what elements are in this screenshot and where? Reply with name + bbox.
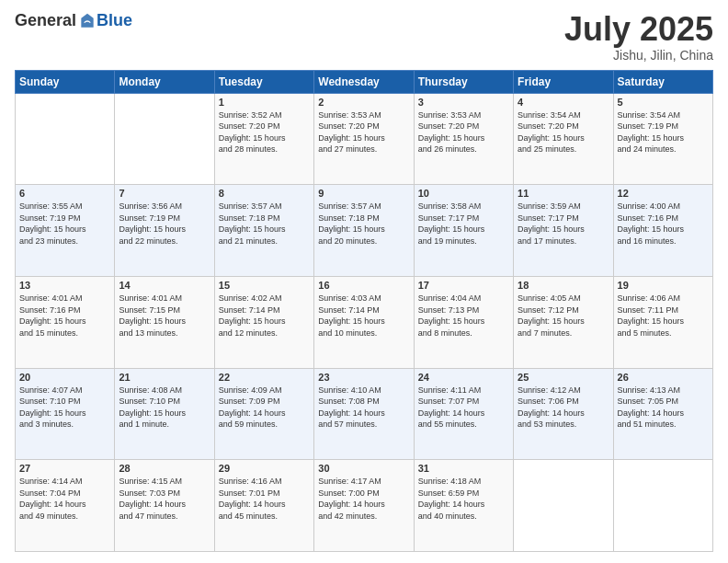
day-number: 7 <box>119 188 210 199</box>
calendar-cell: 1Sunrise: 3:52 AM Sunset: 7:20 PM Daylig… <box>214 93 313 185</box>
day-number: 17 <box>418 280 509 291</box>
calendar-cell: 30Sunrise: 4:17 AM Sunset: 7:00 PM Dayli… <box>314 460 414 552</box>
day-number: 5 <box>618 97 709 108</box>
calendar: Sunday Monday Tuesday Wednesday Thursday… <box>15 70 713 552</box>
day-info: Sunrise: 4:00 AM Sunset: 7:16 PM Dayligh… <box>618 201 709 247</box>
calendar-week-2: 13Sunrise: 4:01 AM Sunset: 7:16 PM Dayli… <box>16 276 713 368</box>
day-info: Sunrise: 4:10 AM Sunset: 7:08 PM Dayligh… <box>318 385 409 431</box>
calendar-cell: 27Sunrise: 4:14 AM Sunset: 7:04 PM Dayli… <box>16 460 115 552</box>
day-info: Sunrise: 4:11 AM Sunset: 7:07 PM Dayligh… <box>418 385 509 431</box>
day-number: 18 <box>518 280 609 291</box>
logo: General Blue <box>15 11 132 30</box>
calendar-cell <box>115 93 214 185</box>
logo-blue: Blue <box>97 11 132 30</box>
calendar-cell <box>613 460 712 552</box>
day-number: 3 <box>418 97 509 108</box>
calendar-cell: 17Sunrise: 4:04 AM Sunset: 7:13 PM Dayli… <box>414 276 513 368</box>
page: General Blue July 2025 Jishu, Jilin, Chi… <box>0 0 728 563</box>
day-info: Sunrise: 4:13 AM Sunset: 7:05 PM Dayligh… <box>618 385 709 431</box>
col-saturday: Saturday <box>613 70 712 93</box>
day-info: Sunrise: 4:08 AM Sunset: 7:10 PM Dayligh… <box>119 385 210 431</box>
calendar-week-1: 6Sunrise: 3:55 AM Sunset: 7:19 PM Daylig… <box>16 185 713 277</box>
calendar-cell: 15Sunrise: 4:02 AM Sunset: 7:14 PM Dayli… <box>214 276 313 368</box>
calendar-cell: 16Sunrise: 4:03 AM Sunset: 7:14 PM Dayli… <box>314 276 414 368</box>
calendar-cell: 13Sunrise: 4:01 AM Sunset: 7:16 PM Dayli… <box>16 276 115 368</box>
calendar-cell: 22Sunrise: 4:09 AM Sunset: 7:09 PM Dayli… <box>214 368 313 460</box>
calendar-cell: 23Sunrise: 4:10 AM Sunset: 7:08 PM Dayli… <box>314 368 414 460</box>
day-number: 13 <box>19 280 110 291</box>
day-info: Sunrise: 4:17 AM Sunset: 7:00 PM Dayligh… <box>318 476 409 522</box>
day-number: 19 <box>618 280 709 291</box>
logo-icon <box>78 12 97 30</box>
day-number: 1 <box>219 97 310 108</box>
day-info: Sunrise: 3:54 AM Sunset: 7:19 PM Dayligh… <box>618 109 709 155</box>
day-number: 4 <box>518 97 609 108</box>
day-info: Sunrise: 3:53 AM Sunset: 7:20 PM Dayligh… <box>318 109 409 155</box>
day-number: 6 <box>19 188 110 199</box>
calendar-header-row: Sunday Monday Tuesday Wednesday Thursday… <box>16 70 713 93</box>
day-number: 15 <box>219 280 310 291</box>
day-number: 16 <box>318 280 409 291</box>
day-info: Sunrise: 4:01 AM Sunset: 7:16 PM Dayligh… <box>19 293 110 339</box>
day-info: Sunrise: 3:57 AM Sunset: 7:18 PM Dayligh… <box>318 201 409 247</box>
day-number: 25 <box>518 372 609 383</box>
calendar-cell: 7Sunrise: 3:56 AM Sunset: 7:19 PM Daylig… <box>115 185 214 277</box>
day-number: 24 <box>418 372 509 383</box>
day-info: Sunrise: 4:01 AM Sunset: 7:15 PM Dayligh… <box>119 293 210 339</box>
calendar-cell: 28Sunrise: 4:15 AM Sunset: 7:03 PM Dayli… <box>115 460 214 552</box>
day-number: 9 <box>318 188 409 199</box>
calendar-cell: 21Sunrise: 4:08 AM Sunset: 7:10 PM Dayli… <box>115 368 214 460</box>
day-info: Sunrise: 4:05 AM Sunset: 7:12 PM Dayligh… <box>518 293 609 339</box>
day-info: Sunrise: 4:18 AM Sunset: 6:59 PM Dayligh… <box>418 476 509 522</box>
day-number: 31 <box>418 463 509 474</box>
day-number: 28 <box>119 463 210 474</box>
calendar-cell: 20Sunrise: 4:07 AM Sunset: 7:10 PM Dayli… <box>16 368 115 460</box>
day-info: Sunrise: 4:03 AM Sunset: 7:14 PM Dayligh… <box>318 293 409 339</box>
calendar-cell: 3Sunrise: 3:53 AM Sunset: 7:20 PM Daylig… <box>414 93 513 185</box>
day-info: Sunrise: 3:59 AM Sunset: 7:17 PM Dayligh… <box>518 201 609 247</box>
day-number: 26 <box>618 372 709 383</box>
col-wednesday: Wednesday <box>314 70 414 93</box>
col-thursday: Thursday <box>414 70 513 93</box>
day-number: 23 <box>318 372 409 383</box>
calendar-cell: 19Sunrise: 4:06 AM Sunset: 7:11 PM Dayli… <box>613 276 712 368</box>
day-info: Sunrise: 4:06 AM Sunset: 7:11 PM Dayligh… <box>618 293 709 339</box>
day-info: Sunrise: 3:55 AM Sunset: 7:19 PM Dayligh… <box>19 201 110 247</box>
logo-general: General <box>15 11 76 30</box>
day-info: Sunrise: 3:53 AM Sunset: 7:20 PM Dayligh… <box>418 109 509 155</box>
day-info: Sunrise: 4:12 AM Sunset: 7:06 PM Dayligh… <box>518 385 609 431</box>
calendar-cell: 9Sunrise: 3:57 AM Sunset: 7:18 PM Daylig… <box>314 185 414 277</box>
day-number: 10 <box>418 188 509 199</box>
calendar-cell: 14Sunrise: 4:01 AM Sunset: 7:15 PM Dayli… <box>115 276 214 368</box>
col-tuesday: Tuesday <box>214 70 313 93</box>
calendar-cell: 29Sunrise: 4:16 AM Sunset: 7:01 PM Dayli… <box>214 460 313 552</box>
calendar-cell: 2Sunrise: 3:53 AM Sunset: 7:20 PM Daylig… <box>314 93 414 185</box>
calendar-cell: 8Sunrise: 3:57 AM Sunset: 7:18 PM Daylig… <box>214 185 313 277</box>
calendar-week-0: 1Sunrise: 3:52 AM Sunset: 7:20 PM Daylig… <box>16 93 713 185</box>
col-sunday: Sunday <box>16 70 115 93</box>
calendar-cell: 11Sunrise: 3:59 AM Sunset: 7:17 PM Dayli… <box>514 185 613 277</box>
calendar-cell: 31Sunrise: 4:18 AM Sunset: 6:59 PM Dayli… <box>414 460 513 552</box>
calendar-cell: 26Sunrise: 4:13 AM Sunset: 7:05 PM Dayli… <box>613 368 712 460</box>
day-number: 21 <box>119 372 210 383</box>
calendar-cell: 6Sunrise: 3:55 AM Sunset: 7:19 PM Daylig… <box>16 185 115 277</box>
month-title: July 2025 <box>564 11 713 48</box>
day-number: 22 <box>219 372 310 383</box>
calendar-cell: 25Sunrise: 4:12 AM Sunset: 7:06 PM Dayli… <box>514 368 613 460</box>
day-number: 8 <box>219 188 310 199</box>
header: General Blue July 2025 Jishu, Jilin, Chi… <box>15 11 713 63</box>
calendar-cell: 24Sunrise: 4:11 AM Sunset: 7:07 PM Dayli… <box>414 368 513 460</box>
day-info: Sunrise: 4:09 AM Sunset: 7:09 PM Dayligh… <box>219 385 310 431</box>
day-info: Sunrise: 4:02 AM Sunset: 7:14 PM Dayligh… <box>219 293 310 339</box>
day-number: 12 <box>618 188 709 199</box>
col-monday: Monday <box>115 70 214 93</box>
day-number: 29 <box>219 463 310 474</box>
day-number: 27 <box>19 463 110 474</box>
day-number: 30 <box>318 463 409 474</box>
day-info: Sunrise: 3:52 AM Sunset: 7:20 PM Dayligh… <box>219 109 310 155</box>
day-number: 20 <box>19 372 110 383</box>
location-subtitle: Jishu, Jilin, China <box>564 48 713 63</box>
calendar-cell: 10Sunrise: 3:58 AM Sunset: 7:17 PM Dayli… <box>414 185 513 277</box>
calendar-cell <box>16 93 115 185</box>
calendar-week-3: 20Sunrise: 4:07 AM Sunset: 7:10 PM Dayli… <box>16 368 713 460</box>
